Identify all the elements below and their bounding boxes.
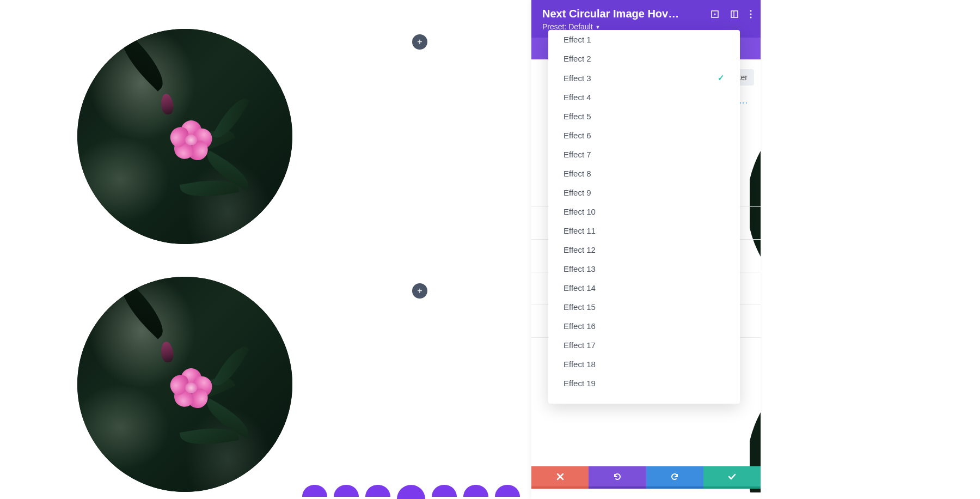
toolbar-item[interactable] bbox=[302, 485, 327, 497]
effect-dropdown[interactable]: Effect 1Effect 2Effect 3✓Effect 4Effect … bbox=[548, 30, 740, 404]
effect-option[interactable]: Effect 4 bbox=[548, 88, 740, 107]
effect-option[interactable]: Effect 7 bbox=[548, 145, 740, 164]
plus-icon: + bbox=[417, 286, 422, 296]
effect-option[interactable]: Effect 17 bbox=[548, 336, 740, 355]
more-menu-icon[interactable] bbox=[750, 10, 752, 19]
toolbar-item[interactable] bbox=[495, 485, 520, 497]
add-module-button-1[interactable]: + bbox=[412, 34, 427, 50]
add-module-button-2[interactable]: + bbox=[412, 283, 427, 299]
effect-option-label: Effect 4 bbox=[564, 93, 591, 102]
effect-option[interactable]: Effect 2 bbox=[548, 49, 740, 68]
effect-option[interactable]: Effect 11 bbox=[548, 221, 740, 240]
header-actions bbox=[710, 10, 752, 19]
confirm-button[interactable] bbox=[703, 466, 761, 486]
effect-option[interactable]: Effect 10 bbox=[548, 202, 740, 221]
effect-option[interactable]: Effect 5 bbox=[548, 107, 740, 126]
effect-option-label: Effect 16 bbox=[564, 321, 596, 331]
effect-option[interactable]: Effect 9 bbox=[548, 183, 740, 202]
effect-option-label: Effect 11 bbox=[564, 226, 596, 235]
svg-rect-2 bbox=[731, 11, 738, 17]
effect-option[interactable]: Effect 15 bbox=[548, 297, 740, 317]
svg-point-1 bbox=[714, 14, 716, 15]
effect-option-label: Effect 18 bbox=[564, 360, 596, 369]
toolbar-item-main[interactable] bbox=[397, 485, 425, 499]
toolbar-item[interactable] bbox=[365, 485, 390, 497]
effect-option-label: Effect 5 bbox=[564, 112, 591, 121]
effect-option[interactable]: Effect 6 bbox=[548, 126, 740, 145]
footer-accent-strip bbox=[531, 486, 761, 489]
undo-button[interactable] bbox=[589, 466, 646, 486]
effect-option-label: Effect 17 bbox=[564, 340, 596, 350]
check-icon: ✓ bbox=[718, 73, 725, 83]
circular-image-preview-2[interactable] bbox=[77, 277, 292, 492]
effect-option-label: Effect 8 bbox=[564, 169, 591, 178]
plus-icon: + bbox=[417, 37, 422, 47]
image-content bbox=[77, 277, 292, 492]
toolbar-item[interactable] bbox=[334, 485, 359, 497]
effect-option[interactable]: Effect 18 bbox=[548, 355, 740, 374]
effect-option[interactable]: Effect 16 bbox=[548, 317, 740, 336]
effect-option-label: Effect 12 bbox=[564, 245, 596, 254]
svg-point-6 bbox=[750, 17, 752, 19]
effect-option[interactable]: Effect 13 bbox=[548, 259, 740, 278]
bottom-toolbar-dots bbox=[302, 485, 520, 499]
effect-option-label: Effect 14 bbox=[564, 283, 596, 293]
caret-down-icon: ▼ bbox=[596, 25, 601, 30]
effect-option[interactable]: Effect 8 bbox=[548, 164, 740, 183]
svg-point-4 bbox=[750, 10, 752, 12]
toolbar-item[interactable] bbox=[463, 485, 488, 497]
sidebar-toggle-icon[interactable] bbox=[730, 10, 739, 19]
effect-option-label: Effect 9 bbox=[564, 188, 591, 197]
panel-title: Next Circular Image Hover S... bbox=[542, 8, 684, 20]
effect-option-label: Effect 1 bbox=[564, 35, 591, 44]
svg-point-5 bbox=[750, 14, 752, 15]
effect-option[interactable]: Effect 1 bbox=[548, 30, 740, 49]
redo-button[interactable] bbox=[646, 466, 703, 486]
effect-option-label: Effect 15 bbox=[564, 302, 596, 312]
effect-option[interactable]: Effect 14 bbox=[548, 278, 740, 297]
effect-option-label: Effect 2 bbox=[564, 54, 591, 63]
effect-option-label: Effect 3 bbox=[564, 74, 591, 83]
toolbar-item[interactable] bbox=[432, 485, 457, 497]
canvas-area: + + bbox=[0, 0, 531, 499]
panel-footer-actions bbox=[531, 466, 761, 486]
effect-option[interactable]: Effect 12 bbox=[548, 240, 740, 259]
cancel-button[interactable] bbox=[531, 466, 589, 486]
effect-option[interactable]: Effect 3✓ bbox=[548, 68, 740, 88]
effect-option[interactable]: Effect 19 bbox=[548, 374, 740, 393]
effect-option-label: Effect 10 bbox=[564, 207, 596, 216]
fullscreen-icon[interactable] bbox=[710, 10, 719, 19]
effect-option-label: Effect 7 bbox=[564, 150, 591, 159]
image-content bbox=[77, 29, 292, 244]
effect-option-label: Effect 13 bbox=[564, 264, 596, 273]
effect-option-label: Effect 6 bbox=[564, 131, 591, 140]
circular-image-preview-1[interactable] bbox=[77, 29, 292, 244]
effect-option-label: Effect 19 bbox=[564, 379, 596, 388]
